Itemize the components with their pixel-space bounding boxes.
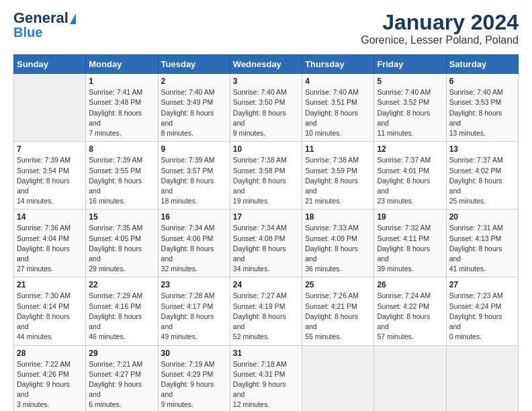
table-row: 20 Sunrise: 7:31 AMSunset: 4:13 PMDaylig… [446, 210, 518, 277]
day-info: Sunrise: 7:26 AMSunset: 4:21 PMDaylight:… [305, 291, 371, 342]
day-number: 22 [89, 280, 154, 289]
day-info: Sunrise: 7:35 AMSunset: 4:05 PMDaylight:… [89, 223, 154, 274]
table-row: 30 Sunrise: 7:19 AMSunset: 4:29 PMDaylig… [158, 345, 230, 411]
calendar-week-row: 14 Sunrise: 7:36 AMSunset: 4:04 PMDaylig… [14, 210, 519, 277]
day-number: 5 [377, 77, 443, 86]
day-info: Sunrise: 7:39 AMSunset: 3:55 PMDaylight:… [89, 155, 154, 206]
day-number: 21 [17, 280, 83, 289]
day-info: Sunrise: 7:40 AMSunset: 3:52 PMDaylight:… [377, 87, 443, 138]
table-row: 14 Sunrise: 7:36 AMSunset: 4:04 PMDaylig… [14, 210, 86, 277]
table-row: 16 Sunrise: 7:34 AMSunset: 4:06 PMDaylig… [158, 210, 230, 277]
table-row: 1 Sunrise: 7:41 AMSunset: 3:48 PMDayligh… [86, 74, 158, 142]
day-info: Sunrise: 7:27 AMSunset: 4:19 PMDaylight:… [233, 291, 299, 342]
header: General Blue January 2024 Gorenice, Less… [13, 11, 519, 46]
day-info: Sunrise: 7:38 AMSunset: 3:59 PMDaylight:… [305, 155, 371, 206]
table-row: 9 Sunrise: 7:39 AMSunset: 3:57 PMDayligh… [158, 142, 230, 210]
day-number: 15 [89, 212, 154, 222]
day-info: Sunrise: 7:40 AMSunset: 3:51 PMDaylight:… [305, 87, 371, 138]
day-number: 9 [161, 144, 227, 154]
day-info: Sunrise: 7:19 AMSunset: 4:29 PMDaylight:… [161, 359, 227, 410]
table-row: 23 Sunrise: 7:28 AMSunset: 4:17 PMDaylig… [158, 277, 230, 345]
day-info: Sunrise: 7:37 AMSunset: 4:02 PMDaylight:… [449, 155, 515, 206]
table-row: 24 Sunrise: 7:27 AMSunset: 4:19 PMDaylig… [230, 277, 302, 345]
col-saturday: Saturday [446, 55, 518, 74]
table-row: 15 Sunrise: 7:35 AMSunset: 4:05 PMDaylig… [86, 210, 158, 277]
table-row: 13 Sunrise: 7:37 AMSunset: 4:02 PMDaylig… [446, 142, 518, 210]
calendar-header-row: Sunday Monday Tuesday Wednesday Thursday… [14, 55, 519, 74]
day-number: 25 [305, 280, 371, 289]
day-number: 18 [305, 212, 371, 222]
col-friday: Friday [374, 55, 446, 74]
table-row: 25 Sunrise: 7:26 AMSunset: 4:21 PMDaylig… [302, 277, 374, 345]
day-info: Sunrise: 7:32 AMSunset: 4:11 PMDaylight:… [377, 223, 443, 274]
logo-blue: Blue [13, 26, 42, 39]
day-number: 26 [377, 280, 443, 289]
day-info: Sunrise: 7:36 AMSunset: 4:04 PMDaylight:… [17, 223, 83, 274]
table-row: 7 Sunrise: 7:39 AMSunset: 3:54 PMDayligh… [14, 142, 86, 210]
calendar-table: Sunday Monday Tuesday Wednesday Thursday… [13, 54, 519, 411]
day-info: Sunrise: 7:28 AMSunset: 4:17 PMDaylight:… [161, 291, 227, 342]
day-info: Sunrise: 7:30 AMSunset: 4:14 PMDaylight:… [17, 291, 83, 342]
day-info: Sunrise: 7:29 AMSunset: 4:16 PMDaylight:… [89, 291, 154, 342]
title-area: January 2024 Gorenice, Lesser Poland, Po… [361, 11, 519, 46]
day-number: 20 [449, 212, 515, 222]
day-info: Sunrise: 7:38 AMSunset: 3:58 PMDaylight:… [233, 155, 299, 206]
day-number: 29 [89, 349, 154, 358]
table-row: 4 Sunrise: 7:40 AMSunset: 3:51 PMDayligh… [302, 74, 374, 142]
day-number: 17 [233, 212, 299, 222]
logo-text: General [13, 11, 76, 26]
day-number: 10 [233, 144, 299, 154]
table-row: 26 Sunrise: 7:24 AMSunset: 4:22 PMDaylig… [374, 277, 446, 345]
day-number: 8 [89, 144, 154, 154]
table-row: 29 Sunrise: 7:21 AMSunset: 4:27 PMDaylig… [86, 345, 158, 411]
table-row: 17 Sunrise: 7:34 AMSunset: 4:08 PMDaylig… [230, 210, 302, 277]
day-number: 23 [161, 280, 227, 289]
day-number: 2 [161, 77, 227, 86]
calendar-week-row: 28 Sunrise: 7:22 AMSunset: 4:26 PMDaylig… [14, 345, 519, 411]
table-row: 11 Sunrise: 7:38 AMSunset: 3:59 PMDaylig… [302, 142, 374, 210]
col-wednesday: Wednesday [230, 55, 302, 74]
col-monday: Monday [86, 55, 158, 74]
day-number: 4 [305, 77, 371, 86]
table-row [14, 74, 86, 142]
page-subtitle: Gorenice, Lesser Poland, Poland [361, 34, 519, 46]
day-info: Sunrise: 7:24 AMSunset: 4:22 PMDaylight:… [377, 291, 443, 342]
table-row: 12 Sunrise: 7:37 AMSunset: 4:01 PMDaylig… [374, 142, 446, 210]
col-sunday: Sunday [14, 55, 86, 74]
day-info: Sunrise: 7:34 AMSunset: 4:08 PMDaylight:… [233, 223, 299, 274]
day-number: 11 [305, 144, 371, 154]
col-tuesday: Tuesday [158, 55, 230, 74]
day-number: 31 [233, 349, 299, 358]
day-number: 19 [377, 212, 443, 222]
table-row: 2 Sunrise: 7:40 AMSunset: 3:49 PMDayligh… [158, 74, 230, 142]
day-number: 1 [89, 77, 154, 86]
day-number: 24 [233, 280, 299, 289]
day-number: 30 [161, 349, 227, 358]
day-number: 3 [233, 77, 299, 86]
day-number: 27 [449, 280, 515, 289]
day-info: Sunrise: 7:23 AMSunset: 4:24 PMDaylight:… [449, 291, 515, 342]
day-info: Sunrise: 7:34 AMSunset: 4:06 PMDaylight:… [161, 223, 227, 274]
day-info: Sunrise: 7:22 AMSunset: 4:26 PMDaylight:… [17, 359, 83, 410]
page-title: January 2024 [361, 11, 519, 34]
table-row [374, 345, 446, 411]
day-number: 28 [17, 349, 83, 358]
day-info: Sunrise: 7:40 AMSunset: 3:50 PMDaylight:… [233, 87, 299, 138]
table-row: 19 Sunrise: 7:32 AMSunset: 4:11 PMDaylig… [374, 210, 446, 277]
day-number: 6 [449, 77, 515, 86]
col-thursday: Thursday [302, 55, 374, 74]
table-row [446, 345, 518, 411]
table-row: 8 Sunrise: 7:39 AMSunset: 3:55 PMDayligh… [86, 142, 158, 210]
day-number: 14 [17, 212, 83, 222]
table-row: 3 Sunrise: 7:40 AMSunset: 3:50 PMDayligh… [230, 74, 302, 142]
calendar-week-row: 21 Sunrise: 7:30 AMSunset: 4:14 PMDaylig… [14, 277, 519, 345]
table-row: 28 Sunrise: 7:22 AMSunset: 4:26 PMDaylig… [14, 345, 86, 411]
day-number: 12 [377, 144, 443, 154]
table-row: 22 Sunrise: 7:29 AMSunset: 4:16 PMDaylig… [86, 277, 158, 345]
day-info: Sunrise: 7:39 AMSunset: 3:54 PMDaylight:… [17, 155, 83, 206]
table-row: 27 Sunrise: 7:23 AMSunset: 4:24 PMDaylig… [446, 277, 518, 345]
table-row: 5 Sunrise: 7:40 AMSunset: 3:52 PMDayligh… [374, 74, 446, 142]
table-row: 6 Sunrise: 7:40 AMSunset: 3:53 PMDayligh… [446, 74, 518, 142]
table-row: 18 Sunrise: 7:33 AMSunset: 4:09 PMDaylig… [302, 210, 374, 277]
day-info: Sunrise: 7:18 AMSunset: 4:31 PMDaylight:… [233, 359, 299, 410]
